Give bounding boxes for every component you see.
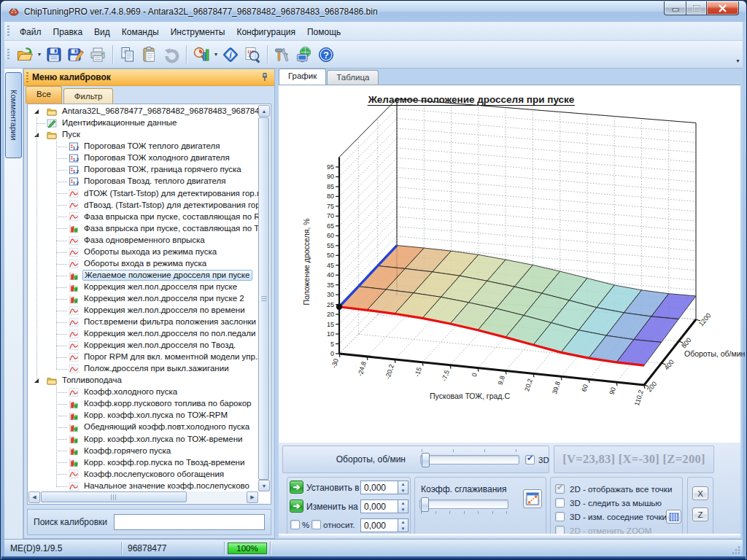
pin-icon[interactable]	[260, 72, 270, 82]
tree-item[interactable]: Коррекция жел.пол.дросселя при пуске	[28, 281, 258, 293]
option-checkbox[interactable]	[555, 498, 565, 508]
z-axis-button[interactable]: Z	[692, 508, 708, 521]
calibration-search-input[interactable]	[114, 514, 265, 530]
scroll-down-button[interactable]: ▼	[258, 480, 270, 491]
help-button[interactable]: ?	[315, 44, 337, 66]
sidebar-tab-Фильтр[interactable]: Фильтр	[63, 88, 114, 104]
scroll-right-button[interactable]: ▶	[247, 491, 258, 503]
tree-item-label[interactable]: Коррекция жел.пол.дросселя по пол.педали	[82, 329, 258, 338]
menu-Инструменты[interactable]: Инструменты	[165, 23, 231, 41]
tree-item[interactable]: Корр. коэфф.хол.пуска по ТОЖ-RPM	[28, 410, 258, 421]
tree-item-label[interactable]: Коэфф.послепускового обогащения	[82, 470, 226, 479]
3d-checkbox[interactable]	[525, 455, 535, 464]
spinner-arrows[interactable]: ▲▼	[398, 518, 409, 532]
tree-item-label[interactable]: Коррекция жел.пол.дросселя при пуске	[82, 282, 239, 292]
tree-item[interactable]: Antara32L_96878477_96878482_96878483_968…	[28, 106, 258, 117]
comments-tab[interactable]: Комментарии	[5, 72, 22, 158]
tree-item[interactable]: Фаза одновременного впрыска	[28, 235, 258, 246]
tools-button[interactable]	[271, 44, 293, 66]
tree-item-label[interactable]: Пост.времени фильтра положения заслонки	[82, 317, 258, 327]
tree-item[interactable]: Корр. коэфф.гор.пуска по Твозд-времени	[28, 456, 258, 468]
relative-checkbox[interactable]	[311, 520, 321, 529]
tree-item[interactable]: dТвозд. (Tstart-Tstop) для детектировани…	[28, 199, 258, 211]
open-file-button[interactable]	[14, 44, 36, 66]
tree-item-label[interactable]: Коэфф.холодного пуска	[82, 387, 179, 397]
tree-item-label[interactable]: Пороговая ТОЖ теплого двигателя	[82, 141, 222, 151]
scrollbar-thumb-h[interactable]	[41, 491, 187, 502]
tree-item-label[interactable]: Коэфф.корр.пускового топлива по барокор	[82, 399, 253, 408]
toolbar-grip[interactable]	[7, 49, 9, 61]
tree-item-label[interactable]: Фаза впрыска при пуске, составляющая по …	[82, 224, 258, 233]
tree-item[interactable]: Корр. коэфф.хол.пуска по ТОЖ-времени	[28, 433, 258, 445]
sidebar-tab-Все[interactable]: Все	[26, 86, 62, 104]
tree-item-label[interactable]: Полож.дросселя при выкл.зажигании	[82, 364, 231, 373]
option-checkbox[interactable]	[555, 484, 565, 494]
close-button[interactable]	[707, 1, 739, 15]
resize-grip[interactable]	[732, 545, 740, 554]
scroll-left-button[interactable]: ◀	[28, 491, 40, 503]
tree-item-label[interactable]: Топливоподача	[61, 376, 124, 385]
web-update-button[interactable]	[293, 44, 315, 66]
tree-item[interactable]: Обедняющий коэфф.повт.холодного пуска	[28, 421, 258, 433]
tree-item-label[interactable]: dТвозд. (Tstart-Tstop) для детектировани…	[82, 201, 258, 210]
tree-item-label[interactable]: Желаемое положение дросселя при пуске	[82, 270, 252, 281]
tree-item-label[interactable]: dТОЖ (Tstart-Tstop) для детектирования г…	[82, 189, 258, 198]
tree-item-label[interactable]: Обороты входа в режима пуска	[82, 259, 209, 268]
tree-item[interactable]: Коэфф.корр.пускового топлива по барокор	[28, 398, 258, 410]
scroll-up-button[interactable]: ▲	[258, 105, 270, 117]
tree-item-label[interactable]: Пороговая ТОЖ холодного двигателя	[82, 153, 232, 163]
tree-item-label[interactable]: Фаза одновременного впрыска	[82, 236, 207, 245]
tree-item-label[interactable]: Идентификационные данные	[61, 118, 179, 128]
scrollbar-thumb[interactable]	[258, 117, 269, 480]
tree-item[interactable]: Фаза впрыска при пуске, составляющая по …	[28, 211, 258, 222]
tree-item-label[interactable]: Коррекция жел.пол.дросселя по Твозд.	[82, 341, 238, 350]
tree-item[interactable]: Коррекция жел.пол.дросселя по Твозд.	[28, 340, 258, 351]
tree-item[interactable]: Фаза впрыска при пуске, составляющая по …	[28, 222, 258, 234]
tree-item[interactable]: Полож.дросселя при выкл.зажигании	[28, 363, 258, 375]
apply-set-button[interactable]: ➔	[290, 481, 303, 494]
horizontal-scrollbar[interactable]: ◀ ▶	[28, 491, 258, 503]
copy-button[interactable]	[117, 44, 139, 66]
info-button[interactable]: i	[220, 44, 241, 66]
tree-item-label[interactable]: Обедняющий коэфф.повт.холодного пуска	[82, 422, 252, 432]
tree-item[interactable]: Начальное значение коэфф.послепусково	[28, 481, 258, 492]
tree-item-label[interactable]: Порог RPM для вкл. моментной модели упр.…	[82, 352, 258, 362]
x-axis-button[interactable]: X	[692, 486, 708, 500]
tree-item-label[interactable]: Коррекция жел.пол.дросселя при пуске 2	[82, 294, 247, 303]
tree-item[interactable]: 1.2Пороговая ТОЖ, граница горячего пуска	[28, 164, 258, 176]
vertical-scrollbar[interactable]: ▲ ▼	[258, 105, 270, 491]
chart-area[interactable]: 05101520253035404550556065707580859095-3…	[279, 85, 740, 443]
tree-item-label[interactable]: Обороты выхода из режима пуска	[82, 247, 219, 257]
tree-item-label[interactable]: Пуск	[61, 130, 82, 139]
tree-item[interactable]: Желаемое положение дросселя при пуске	[28, 270, 258, 281]
tree-item[interactable]: Пуск	[28, 129, 258, 141]
tree-item[interactable]: Пост.времени фильтра положения заслонки	[28, 316, 258, 328]
tree-item-label[interactable]: Корр. коэфф.хол.пуска по ТОЖ-RPM	[82, 411, 230, 420]
menu-Правка[interactable]: Правка	[47, 23, 89, 41]
grid-edit-button[interactable]	[666, 510, 681, 524]
title-bar[interactable]: ChipTuningPRO ver.7.4.8.969 - Antara32L_…	[1, 1, 746, 22]
tree-item[interactable]: 1.2Пороговая ТОЖ теплого двигателя	[28, 141, 258, 152]
smoothing-slider-thumb[interactable]	[421, 497, 429, 512]
option-checkbox[interactable]	[555, 512, 565, 521]
tree-item-label[interactable]: Коррекция жел.пол.дросселя по времени	[82, 306, 247, 315]
menu-Файл[interactable]: Файл	[14, 23, 47, 41]
tree-item[interactable]: Топливоподача	[28, 375, 258, 386]
print-button[interactable]	[87, 44, 109, 66]
tree-item[interactable]: Коррекция жел.пол.дросселя по времени	[28, 305, 258, 316]
spinner-arrows[interactable]: ▲▼	[398, 481, 409, 494]
tree-item[interactable]: Порог RPM для вкл. моментной модели упр.…	[28, 351, 258, 363]
tree-item-label[interactable]: Пороговая ТОЖ, граница горячего пуска	[82, 165, 244, 174]
rpm-slider-thumb[interactable]	[422, 453, 430, 467]
tree-item-label[interactable]: Коэфф.горячего пуска	[82, 446, 173, 456]
zoom-110-button[interactable]: 110	[241, 44, 263, 66]
tree-item[interactable]: Обороты выхода из режима пуска	[28, 246, 258, 258]
smoothing-slider[interactable]	[419, 499, 508, 509]
percent-checkbox[interactable]	[290, 520, 300, 529]
tree-expander-icon[interactable]	[34, 109, 40, 115]
tree-item-label[interactable]: Пороговая Твозд. теплого двигателя	[82, 176, 228, 186]
maximize-button[interactable]	[686, 1, 707, 15]
menu-Команды[interactable]: Команды	[116, 23, 165, 41]
tree-item[interactable]: Коэфф.холодного пуска	[28, 386, 258, 398]
tree-item-label[interactable]: Начальное значение коэфф.послепусково	[82, 481, 252, 491]
